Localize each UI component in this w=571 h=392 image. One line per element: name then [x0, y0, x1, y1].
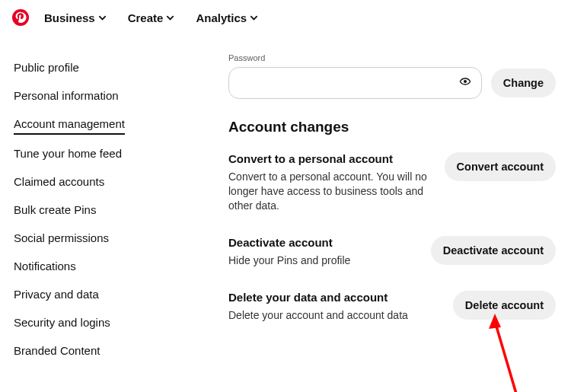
svg-point-1	[464, 80, 467, 83]
chevron-down-icon	[250, 14, 258, 22]
setting-text: Delete your data and account Delete your…	[228, 291, 438, 323]
deactivate-account-button[interactable]: Deactivate account	[431, 236, 556, 265]
convert-account-button[interactable]: Convert account	[445, 152, 556, 181]
setting-desc: Delete your account and account data	[228, 308, 438, 323]
password-label: Password	[228, 53, 556, 62]
main-panel: Password Change Account changes Convert …	[160, 53, 571, 365]
sidebar-item-public-profile[interactable]: Public profile	[14, 53, 79, 81]
setting-text: Convert to a personal account Convert to…	[228, 152, 429, 213]
nav-analytics[interactable]: Analytics	[196, 11, 258, 24]
sidebar-item-privacy-and-data[interactable]: Privacy and data	[14, 280, 99, 308]
sidebar-item-branded-content[interactable]: Branded Content	[14, 336, 100, 365]
account-changes-heading: Account changes	[228, 119, 556, 135]
eye-icon[interactable]	[459, 75, 471, 91]
sidebar-item-claimed-accounts[interactable]: Claimed accounts	[14, 167, 104, 196]
sidebar-item-social-permissions[interactable]: Social permissions	[14, 224, 109, 252]
setting-deactivate-account: Deactivate account Hide your Pins and pr…	[228, 236, 556, 268]
setting-desc: Convert to a personal account. You will …	[228, 170, 429, 213]
nav-label: Analytics	[196, 11, 247, 24]
sidebar-item-account-management[interactable]: Account management	[14, 110, 125, 135]
delete-account-button[interactable]: Delete account	[453, 291, 556, 320]
nav-create[interactable]: Create	[128, 11, 175, 24]
sidebar-item-personal-information[interactable]: Personal information	[14, 81, 119, 110]
pinterest-logo-icon[interactable]	[12, 9, 29, 26]
sidebar-item-notifications[interactable]: Notifications	[14, 252, 76, 280]
sidebar-item-tune-home-feed[interactable]: Tune your home feed	[14, 139, 122, 167]
setting-title: Deactivate account	[228, 236, 416, 249]
setting-text: Deactivate account Hide your Pins and pr…	[228, 236, 416, 268]
setting-title: Delete your data and account	[228, 291, 438, 304]
password-input-wrap	[228, 67, 482, 99]
password-row: Change	[228, 67, 556, 99]
content-area: Public profile Personal information Acco…	[0, 32, 571, 365]
setting-convert-account: Convert to a personal account Convert to…	[228, 152, 556, 213]
chevron-down-icon	[166, 14, 174, 22]
nav-label: Create	[128, 11, 164, 24]
chevron-down-icon	[98, 14, 107, 22]
setting-delete-account: Delete your data and account Delete your…	[228, 291, 556, 323]
nav-business[interactable]: Business	[44, 11, 107, 24]
setting-desc: Hide your Pins and profile	[228, 253, 416, 268]
password-input[interactable]	[228, 67, 482, 99]
sidebar-item-bulk-create-pins[interactable]: Bulk create Pins	[14, 196, 96, 224]
change-password-button[interactable]: Change	[491, 69, 556, 97]
settings-sidebar: Public profile Personal information Acco…	[0, 53, 160, 365]
top-navigation: Business Create Analytics	[0, 0, 571, 32]
nav-label: Business	[44, 11, 95, 24]
setting-title: Convert to a personal account	[228, 152, 429, 165]
sidebar-item-security-and-logins[interactable]: Security and logins	[14, 308, 110, 336]
